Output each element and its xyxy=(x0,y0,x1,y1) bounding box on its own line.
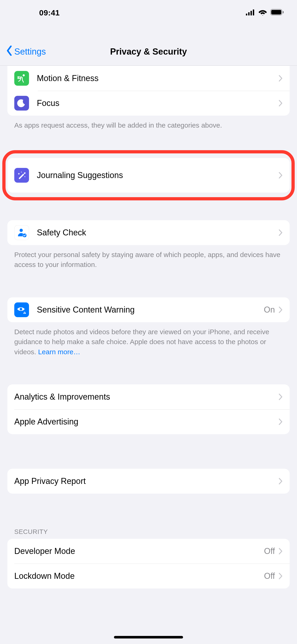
row-focus[interactable]: Focus xyxy=(7,91,290,116)
home-indicator xyxy=(114,636,183,638)
footer-scw: Detect nude photos and videos before the… xyxy=(7,322,290,357)
cellular-icon xyxy=(246,8,255,17)
group-analytics-ads: Analytics & Improvements Apple Advertisi… xyxy=(7,384,290,434)
group-access: Motion & Fitness Focus xyxy=(7,66,290,116)
svg-point-9 xyxy=(24,176,25,177)
battery-icon xyxy=(270,8,284,17)
status-icons xyxy=(246,8,284,17)
row-analytics[interactable]: Analytics & Improvements xyxy=(7,384,290,409)
learn-more-link[interactable]: Learn more… xyxy=(38,348,80,356)
svg-rect-6 xyxy=(283,11,284,13)
settings-content: Motion & Fitness Focus As apps request a… xyxy=(0,66,297,644)
row-sensitive-content-warning[interactable]: Sensitive Content Warning On xyxy=(7,297,290,322)
svg-point-7 xyxy=(23,74,25,76)
footer-safety: Protect your personal safety by staying … xyxy=(7,245,290,270)
group-privacy-report: App Privacy Report xyxy=(7,469,290,494)
row-label: Sensitive Content Warning xyxy=(37,305,264,315)
row-motion-fitness[interactable]: Motion & Fitness xyxy=(7,66,290,91)
chevron-right-icon xyxy=(278,418,283,425)
focus-icon xyxy=(14,96,29,110)
row-lockdown-mode[interactable]: Lockdown Mode Off xyxy=(7,564,290,588)
svg-rect-3 xyxy=(253,10,254,16)
chevron-right-icon xyxy=(278,572,283,580)
nav-bar: Settings Privacy & Security xyxy=(0,38,297,66)
group-scw: Sensitive Content Warning On xyxy=(7,297,290,322)
svg-rect-13 xyxy=(24,312,25,313)
row-developer-mode[interactable]: Developer Mode Off xyxy=(7,539,290,564)
row-value: Off xyxy=(264,571,275,581)
chevron-left-icon xyxy=(6,46,13,58)
svg-rect-1 xyxy=(248,12,250,16)
svg-rect-2 xyxy=(250,11,252,16)
chevron-right-icon xyxy=(278,172,283,179)
chevron-right-icon xyxy=(278,478,283,484)
status-time: 09:41 xyxy=(39,8,60,17)
row-safety-check[interactable]: Safety Check xyxy=(7,220,290,245)
row-label: Apple Advertising xyxy=(14,417,278,426)
row-app-privacy-report[interactable]: App Privacy Report xyxy=(7,469,290,494)
row-value: On xyxy=(264,305,275,315)
row-label: Motion & Fitness xyxy=(37,74,278,83)
svg-point-10 xyxy=(20,229,23,232)
nav-back-label: Settings xyxy=(14,47,46,57)
svg-rect-0 xyxy=(246,14,247,16)
chevron-right-icon xyxy=(278,229,283,236)
row-label: Developer Mode xyxy=(14,546,264,556)
chevron-right-icon xyxy=(278,75,283,82)
row-label: Focus xyxy=(37,98,278,108)
row-label: Journaling Suggestions xyxy=(37,170,278,180)
chevron-right-icon xyxy=(278,100,283,107)
chevron-right-icon xyxy=(278,394,283,400)
sensitive-content-icon xyxy=(14,302,29,317)
section-header-security: SECURITY xyxy=(7,528,290,539)
group-security: Developer Mode Off Lockdown Mode Off xyxy=(7,539,290,588)
svg-rect-14 xyxy=(24,313,25,314)
row-value: Off xyxy=(264,546,275,556)
svg-rect-5 xyxy=(271,10,281,14)
row-journaling-suggestions[interactable]: Journaling Suggestions xyxy=(7,158,290,192)
status-bar: 09:41 xyxy=(0,0,297,25)
svg-point-8 xyxy=(21,172,22,172)
group-journaling-wrapper: Journaling Suggestions xyxy=(7,158,290,192)
row-label: Safety Check xyxy=(37,228,278,238)
motion-fitness-icon xyxy=(14,71,29,86)
row-label: App Privacy Report xyxy=(14,476,278,486)
chevron-right-icon xyxy=(278,306,283,313)
safety-check-icon xyxy=(14,225,29,240)
nav-back-button[interactable]: Settings xyxy=(4,38,46,66)
row-label: Analytics & Improvements xyxy=(14,392,278,402)
footer-access: As apps request access, they will be add… xyxy=(7,116,290,130)
journaling-icon xyxy=(14,168,29,183)
chevron-right-icon xyxy=(278,548,283,555)
group-journaling: Journaling Suggestions xyxy=(7,158,290,192)
svg-point-12 xyxy=(20,308,22,310)
nav-title: Privacy & Security xyxy=(110,47,187,57)
row-apple-advertising[interactable]: Apple Advertising xyxy=(7,409,290,434)
wifi-icon xyxy=(258,8,267,17)
group-safety-check: Safety Check xyxy=(7,220,290,245)
row-label: Lockdown Mode xyxy=(14,571,264,581)
